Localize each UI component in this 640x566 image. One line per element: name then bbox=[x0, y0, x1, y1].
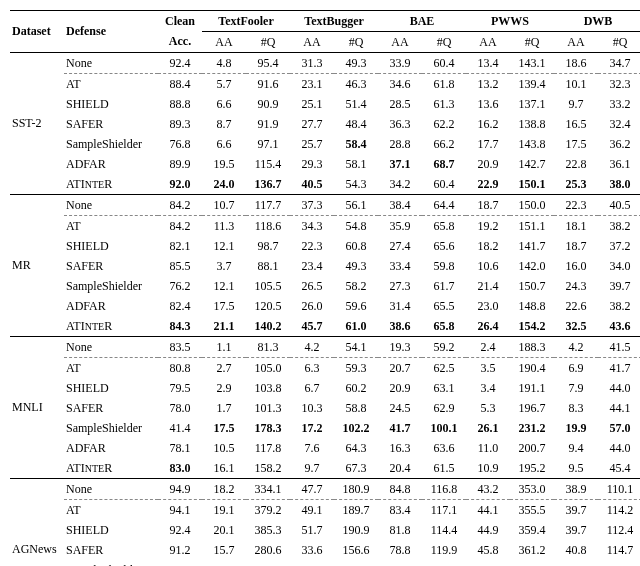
table-cell: 4.8 bbox=[202, 53, 246, 74]
table-cell: 95.4 bbox=[246, 53, 290, 74]
table-cell: 60.4 bbox=[422, 53, 466, 74]
table-cell: 141.7 bbox=[510, 236, 554, 256]
table-cell: 116.8 bbox=[422, 479, 466, 500]
table-cell: 16.3 bbox=[378, 438, 422, 458]
table-cell: 5.3 bbox=[466, 398, 510, 418]
table-cell: 41.7 bbox=[598, 358, 640, 379]
table-cell: 31.3 bbox=[290, 53, 334, 74]
table-cell: AT bbox=[64, 358, 158, 379]
table-cell: 52.6 bbox=[202, 560, 246, 566]
table-cell: 140.5 bbox=[334, 560, 378, 566]
table-cell: 3.5 bbox=[466, 358, 510, 379]
table-cell: 1.1 bbox=[202, 337, 246, 358]
table-cell: 40.8 bbox=[554, 540, 598, 560]
table-cell: 143.1 bbox=[510, 53, 554, 74]
sub-aa: AA bbox=[202, 32, 246, 53]
table-cell: 117.7 bbox=[246, 195, 290, 216]
table-cell: 37.3 bbox=[290, 195, 334, 216]
results-table: Dataset Defense Clean TextFooler TextBug… bbox=[10, 10, 640, 566]
table-row: SAFER89.38.791.927.748.436.362.216.2138.… bbox=[10, 114, 640, 134]
table-cell: 65.8 bbox=[422, 316, 466, 337]
table-cell: 40.5 bbox=[598, 195, 640, 216]
table-cell: 90.9 bbox=[246, 94, 290, 114]
table-cell: 34.0 bbox=[598, 256, 640, 276]
table-header: Dataset Defense Clean TextFooler TextBug… bbox=[10, 11, 640, 53]
table-cell: 114.2 bbox=[598, 500, 640, 521]
table-cell: 23.1 bbox=[290, 74, 334, 95]
table-cell: SAFER bbox=[64, 398, 158, 418]
table-cell: 83.5 bbox=[158, 337, 202, 358]
table-cell: 6.6 bbox=[202, 94, 246, 114]
table-cell: 38.0 bbox=[598, 174, 640, 195]
table-cell: 114.0 bbox=[598, 560, 640, 566]
table-cell: AT bbox=[64, 74, 158, 95]
table-cell: 24.5 bbox=[378, 398, 422, 418]
table-cell: 76.8 bbox=[158, 134, 202, 154]
col-dataset: Dataset bbox=[10, 11, 64, 53]
table-cell: 18.2 bbox=[202, 479, 246, 500]
table-cell: 110.1 bbox=[598, 479, 640, 500]
table-cell: 26.5 bbox=[290, 276, 334, 296]
table-cell: 33.4 bbox=[378, 256, 422, 276]
table-cell: 61.7 bbox=[422, 276, 466, 296]
col-defense: Defense bbox=[64, 11, 158, 53]
table-cell: 6.6 bbox=[202, 134, 246, 154]
table-cell: 17.7 bbox=[466, 134, 510, 154]
table-cell: SampleShielder bbox=[64, 418, 158, 438]
table-cell: 139.4 bbox=[510, 74, 554, 95]
table-cell: 22.8 bbox=[554, 154, 598, 174]
table-cell: 22.6 bbox=[554, 296, 598, 316]
table-cell: 37.1 bbox=[378, 154, 422, 174]
table-cell: 78.8 bbox=[378, 540, 422, 560]
table-cell: 38.4 bbox=[378, 195, 422, 216]
table-cell: 43.6 bbox=[598, 316, 640, 337]
table-cell: 40.5 bbox=[290, 174, 334, 195]
table-cell: 20.9 bbox=[466, 154, 510, 174]
table-cell: 64.3 bbox=[334, 438, 378, 458]
table-cell: 60.2 bbox=[334, 378, 378, 398]
table-row: MRNone84.210.7117.737.356.138.464.418.71… bbox=[10, 195, 640, 216]
table-cell: 65.6 bbox=[422, 236, 466, 256]
table-cell: 114.4 bbox=[422, 520, 466, 540]
table-cell: 100.1 bbox=[422, 418, 466, 438]
table-row: AT88.45.791.623.146.334.661.813.2139.410… bbox=[10, 74, 640, 95]
table-cell: 61.8 bbox=[422, 74, 466, 95]
table-cell: 25.3 bbox=[554, 174, 598, 195]
table-row: SHIELD82.112.198.722.360.827.465.618.214… bbox=[10, 236, 640, 256]
table-cell: 88.1 bbox=[246, 256, 290, 276]
table-cell: 18.2 bbox=[466, 236, 510, 256]
table-cell: 23.4 bbox=[290, 256, 334, 276]
table-cell: 148.8 bbox=[510, 296, 554, 316]
table-cell: 9.7 bbox=[290, 458, 334, 479]
table-cell: 46.3 bbox=[334, 74, 378, 95]
table-cell: 137.1 bbox=[510, 94, 554, 114]
table-cell: 80.8 bbox=[158, 358, 202, 379]
table-cell: 19.1 bbox=[202, 500, 246, 521]
table-cell: 18.7 bbox=[466, 195, 510, 216]
table-cell: SampleShielder bbox=[64, 134, 158, 154]
table-cell: 45.7 bbox=[290, 316, 334, 337]
table-cell: 10.9 bbox=[466, 458, 510, 479]
table-cell: 36.1 bbox=[598, 154, 640, 174]
table-cell: 150.0 bbox=[510, 195, 554, 216]
col-dwb: DWB bbox=[554, 11, 640, 32]
table-cell: 49.3 bbox=[334, 256, 378, 276]
table-cell: 44.0 bbox=[598, 378, 640, 398]
table-cell: 2.4 bbox=[466, 337, 510, 358]
table-cell: 38.2 bbox=[598, 296, 640, 316]
sub-aa: AA bbox=[554, 32, 598, 53]
table-cell: 32.4 bbox=[598, 114, 640, 134]
table-cell: None bbox=[64, 479, 158, 500]
table-cell: 12.1 bbox=[202, 276, 246, 296]
table-cell: ADFAR bbox=[64, 296, 158, 316]
table-cell: 39.7 bbox=[554, 500, 598, 521]
table-cell: 45.8 bbox=[466, 540, 510, 560]
table-cell: 34.7 bbox=[598, 53, 640, 74]
table-cell: 361.0 bbox=[510, 560, 554, 566]
table-cell: ATINTER bbox=[64, 316, 158, 337]
table-cell: 9.7 bbox=[554, 94, 598, 114]
sub-nq: #Q bbox=[510, 32, 554, 53]
table-cell: 58.4 bbox=[334, 134, 378, 154]
table-cell: 6.7 bbox=[290, 378, 334, 398]
table-cell: 8.3 bbox=[554, 398, 598, 418]
